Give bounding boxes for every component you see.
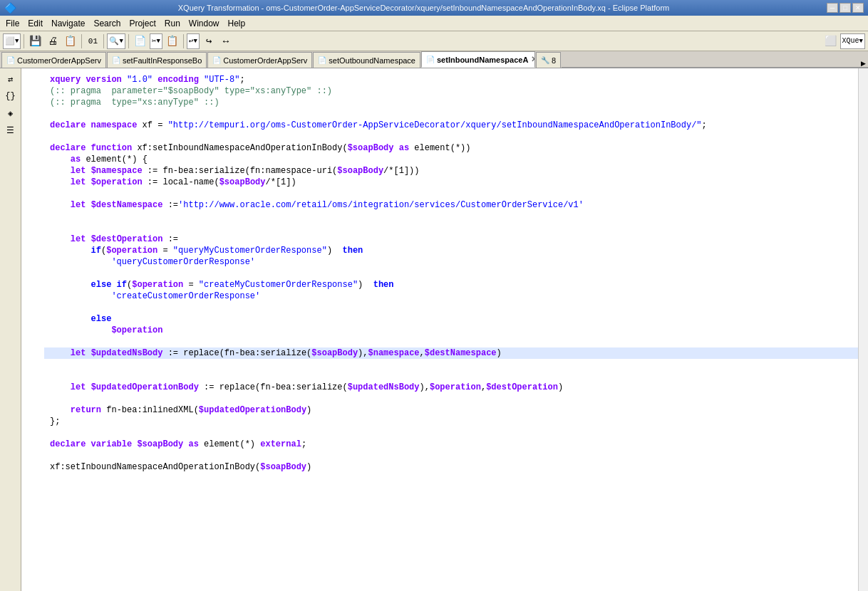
sidebar-btn-2[interactable]: {} [3,88,19,104]
window-title: XQuery Transformation - oms-CustomerOrde… [21,4,827,12]
tab-customerorderappserv-2[interactable]: 📄 CustomerOrderAppServ [207,52,312,68]
tab-setfaultinresponsebo[interactable]: 📄 setFaultInResponseBo [107,52,207,68]
tab-icon-4: 📄 [318,56,326,64]
menu-search[interactable]: Search [89,16,125,31]
maximize-button[interactable]: □ [839,3,851,13]
sidebar-btn-3[interactable]: ◈ [3,105,19,121]
save-button[interactable]: 💾 [27,33,43,49]
sidebar-btn-1[interactable]: ⇄ [3,71,19,87]
toolbar-btn-5[interactable]: ↔ [218,33,234,49]
tab-icon-1: 📄 [6,56,15,64]
tab-setoutboundnamespace[interactable]: 📄 setOutboundNamespace [313,52,420,68]
toolbar-sep-3 [103,34,104,48]
tab-close-button[interactable]: ✕ [531,55,535,64]
toolbar-dropdown-1[interactable]: ⬜▼ [3,33,21,49]
toolbar-sep-5 [183,34,184,48]
sidebar-btn-4[interactable]: ☰ [3,122,19,138]
code-content: xquery version "1.0" encoding "UTF-8"; (… [44,71,858,476]
tab-label-3: CustomerOrderAppServ [223,56,307,65]
app-icon: 🔷 [4,2,16,14]
tab-customerorderappserv-1[interactable]: 📄 CustomerOrderAppServ [1,52,106,68]
tab-label-4: setOutboundNamespace [329,56,415,65]
menu-navigate[interactable]: Navigate [47,16,89,31]
tab-label-5: setInboundNamespaceA [437,56,528,64]
menu-help[interactable]: Help [224,16,250,31]
menu-edit[interactable]: Edit [24,16,47,31]
menu-run[interactable]: Run [160,16,185,31]
tab-icon-5: 📄 [426,56,435,63]
menu-window[interactable]: Window [185,16,224,31]
code-editor[interactable]: xquery version "1.0" encoding "UTF-8"; (… [21,68,858,591]
main-area: ⇄ {} ◈ ☰ xquery version "1.0" encoding "… [0,68,868,591]
toolbar-dropdown-2[interactable]: 🔍▼ [107,33,125,49]
tab-label-1: CustomerOrderAppServ [17,56,101,65]
toolbar: ⬜▼ 💾 🖨 📋 01 🔍▼ 📄 ✂▼ 📋 ↩▼ ↪ ↔ ⬜ XQue▼ [0,31,868,51]
toolbar-btn-4[interactable]: 01 [85,33,100,49]
tab-setinboundnamespacea[interactable]: 📄 setInboundNamespaceA ✕ [421,51,535,68]
tabs-bar: 📄 CustomerOrderAppServ 📄 setFaultInRespo… [0,51,868,68]
close-button[interactable]: ✕ [852,3,864,13]
menu-project[interactable]: Project [125,16,160,31]
toolbar-dropdown-4[interactable]: ↩▼ [187,33,200,49]
paste-button[interactable]: 📋 [164,33,180,49]
tab-icon-2: 📄 [112,56,120,64]
tab-label-6: 8 [552,56,556,65]
redo-button[interactable]: ↪ [201,33,217,49]
minimize-button[interactable]: ─ [827,3,838,13]
menu-bar: File Edit Navigate Search Project Run Wi… [0,16,868,31]
tab-scroll-right[interactable]: ▶ [858,60,868,68]
toolbar-sep-4 [128,34,129,48]
left-sidebar: ⇄ {} ◈ ☰ [0,68,21,591]
copy-button[interactable]: 📄 [132,33,148,49]
tab-label-2: setFaultInResponseBo [123,56,202,65]
menu-file[interactable]: File [1,16,24,31]
tab-icon-3: 📄 [212,56,221,64]
toolbar-btn-3[interactable]: 📋 [62,33,78,49]
tab-8[interactable]: 🔧 8 [536,52,561,68]
tabs-fill [562,67,858,68]
toolbar-right-1[interactable]: ⬜ [822,33,839,49]
print-button[interactable]: 🖨 [45,33,61,49]
title-bar: 🔷 XQuery Transformation - oms-CustomerOr… [0,0,868,16]
tab-icon-6: 🔧 [541,56,549,64]
toolbar-dropdown-xque[interactable]: XQue▼ [840,33,865,49]
toolbar-dropdown-3[interactable]: ✂▼ [150,33,162,49]
vertical-scrollbar[interactable] [858,68,868,591]
toolbar-sep-2 [81,34,82,48]
toolbar-sep-1 [24,34,24,48]
